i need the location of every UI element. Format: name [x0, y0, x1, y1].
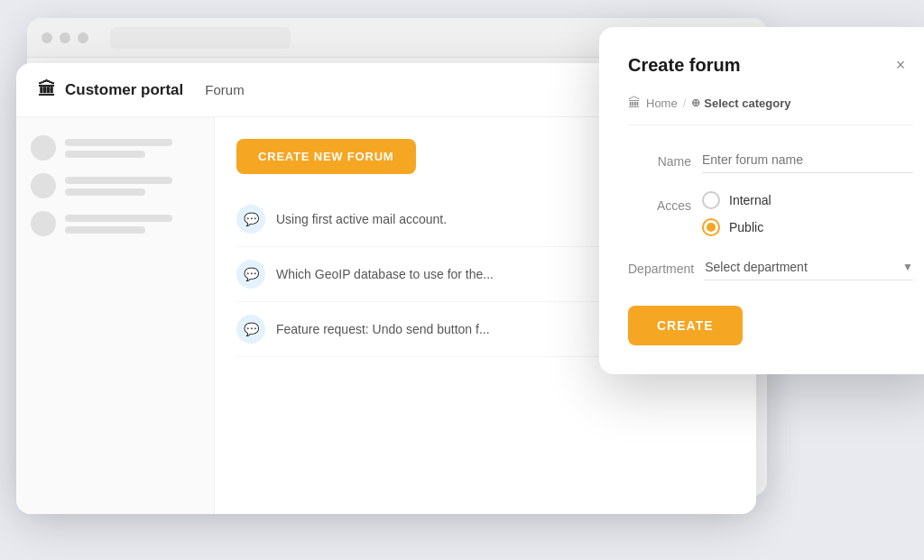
- sidebar-avatar: [31, 135, 56, 161]
- browser-dot-3: [78, 32, 88, 43]
- category-icon: ⊕: [691, 96, 700, 109]
- home-icon: 🏛: [628, 96, 641, 110]
- modal-close-button[interactable]: ×: [888, 52, 913, 78]
- app-logo: 🏛 Customer portal: [38, 79, 183, 100]
- radio-circle-internal: [702, 191, 720, 209]
- browser-address-bar: [110, 27, 291, 49]
- breadcrumb-current-label: Select category: [704, 96, 790, 110]
- department-label: Department: [628, 254, 694, 276]
- form-field-access: Acces Internal Public: [628, 191, 913, 236]
- forum-name-input[interactable]: [702, 147, 913, 173]
- forum-item-icon: 💬: [236, 260, 265, 289]
- browser-dot-1: [42, 32, 52, 43]
- radio-public[interactable]: Public: [702, 218, 913, 236]
- forum-item-icon: 💬: [236, 205, 265, 234]
- sidebar-line-2: [65, 188, 145, 196]
- department-select-text: Select department: [705, 260, 808, 274]
- radio-internal[interactable]: Internal: [702, 191, 913, 209]
- forum-item-text: Using first active mail account.: [276, 212, 447, 226]
- sidebar-item: [31, 211, 199, 236]
- forum-item-text: Which GeoIP database to use for the...: [276, 267, 494, 281]
- create-button[interactable]: CREATE: [628, 306, 743, 345]
- browser-dot-2: [60, 32, 70, 43]
- forum-item-icon: 💬: [236, 315, 265, 344]
- sidebar-item: [31, 135, 199, 161]
- radio-label-internal: Internal: [729, 193, 772, 207]
- create-new-forum-button[interactable]: CREATE NEW FORUM: [236, 139, 416, 174]
- sidebar-text-lines: [65, 215, 199, 234]
- breadcrumb-separator: /: [683, 96, 687, 110]
- forum-nav-item[interactable]: Forum: [205, 78, 244, 101]
- modal-footer: CREATE: [628, 306, 913, 345]
- radio-circle-public: [702, 218, 720, 236]
- portal-icon: 🏛: [38, 79, 56, 100]
- sidebar-text-lines: [65, 139, 199, 158]
- access-label: Acces: [628, 191, 691, 213]
- app-sidebar: [16, 117, 215, 514]
- create-forum-modal: Create forum × 🏛 Home / ⊕ Select categor…: [599, 27, 924, 374]
- sidebar-line-1: [65, 177, 172, 184]
- sidebar-item: [31, 173, 199, 198]
- sidebar-avatar: [31, 173, 56, 198]
- access-radio-group: Internal Public: [702, 191, 913, 236]
- modal-header: Create forum ×: [628, 52, 913, 78]
- sidebar-text-lines: [65, 177, 199, 196]
- radio-label-public: Public: [729, 220, 763, 234]
- breadcrumb-home-label: Home: [646, 96, 678, 110]
- department-select[interactable]: Select department ▼: [705, 254, 913, 280]
- form-field-name: Name: [628, 147, 913, 173]
- form-field-department: Department Select department ▼: [628, 254, 913, 280]
- modal-title: Create forum: [628, 55, 740, 76]
- sidebar-line-1: [65, 139, 172, 146]
- chevron-down-icon: ▼: [902, 261, 913, 273]
- breadcrumb-current[interactable]: ⊕ Select category: [691, 96, 790, 110]
- sidebar-line-2: [65, 151, 145, 158]
- forum-item-text: Feature request: Undo send button f...: [276, 322, 490, 336]
- app-logo-label: Customer portal: [65, 81, 183, 99]
- sidebar-avatar: [31, 211, 56, 236]
- sidebar-line-1: [65, 215, 172, 222]
- sidebar-line-2: [65, 226, 145, 234]
- modal-breadcrumb: 🏛 Home / ⊕ Select category: [628, 96, 913, 125]
- name-label: Name: [628, 147, 691, 169]
